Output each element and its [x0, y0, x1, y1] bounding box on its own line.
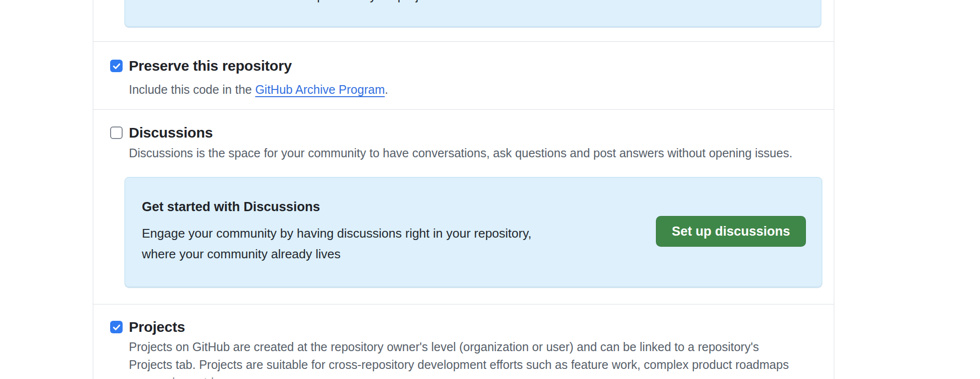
projects-description: Projects on GitHub are created at the re…	[129, 338, 789, 379]
discussions-cta-body-line: where your community already lives	[142, 244, 531, 265]
projects-description-line: Projects tab. Projects are suitable for …	[129, 356, 789, 374]
preserve-description-suffix: .	[385, 83, 388, 96]
section-divider	[93, 41, 834, 42]
preserve-description-prefix: Include this code in the	[129, 83, 255, 96]
preserve-repository-checkbox[interactable]	[110, 60, 123, 72]
discussions-cta-body-line: Engage your community by having discussi…	[142, 223, 531, 244]
preserve-repository-description: Include this code in the GitHub Archive …	[129, 81, 388, 98]
set-up-discussions-button[interactable]: Set up discussions	[656, 216, 806, 247]
repository-features-card: contributors include in issues reported …	[93, 0, 834, 379]
projects-description-line: or even issue triage.	[129, 374, 789, 379]
issue-templates-cta-partial-text: contributors include in issues reported …	[142, 0, 439, 4]
section-divider	[93, 304, 834, 304]
discussions-title: Discussions	[129, 125, 213, 141]
issue-templates-cta-box: contributors include in issues reported …	[125, 0, 821, 27]
github-archive-program-link[interactable]: GitHub Archive Program	[255, 83, 385, 96]
discussions-cta-body: Engage your community by having discussi…	[142, 223, 531, 265]
discussions-description: Discussions is the space for your commun…	[129, 144, 792, 162]
discussions-checkbox[interactable]	[110, 126, 123, 139]
discussions-cta-box: Get started with Discussions Engage your…	[125, 177, 822, 287]
section-divider	[93, 109, 834, 110]
projects-title: Projects	[129, 319, 185, 335]
checkmark-icon	[112, 323, 121, 332]
projects-checkbox[interactable]	[110, 321, 123, 333]
discussions-cta-heading: Get started with Discussions	[142, 199, 320, 215]
preserve-repository-title: Preserve this repository	[129, 58, 292, 74]
projects-description-line: Projects on GitHub are created at the re…	[129, 338, 789, 356]
checkmark-icon	[112, 62, 121, 71]
